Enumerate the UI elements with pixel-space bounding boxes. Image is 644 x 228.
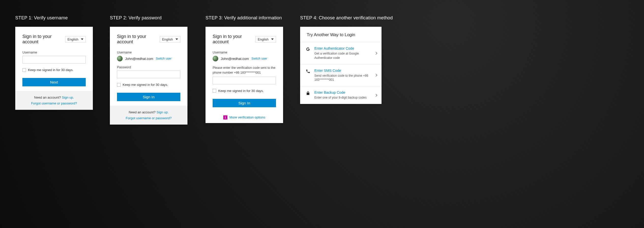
caret-down-icon [175, 38, 178, 40]
signin-title: Sign in to your account [213, 34, 255, 45]
password-label: Password [117, 65, 180, 69]
more-options-link[interactable]: More verification options [229, 115, 265, 119]
keep-signed-label: Keep me signed in for 30 days. [123, 83, 168, 87]
forgot-link[interactable]: Forgot username or password? [126, 116, 172, 120]
chevron-right-icon [374, 52, 377, 55]
next-button[interactable]: Next [22, 78, 86, 86]
step-3-label: STEP 3: Verify additional information [206, 15, 283, 21]
language-value: English [162, 37, 173, 41]
username-input[interactable] [22, 56, 86, 63]
language-select[interactable]: English [160, 36, 180, 43]
verification-help-text: Please enter the verification code sent … [213, 65, 276, 75]
username-label: Username [22, 51, 86, 54]
switch-user-link[interactable]: Switch user [156, 57, 172, 60]
language-select[interactable]: English [65, 36, 86, 43]
step-4-card: Try Another Way to Login Enter Authentic… [300, 27, 382, 104]
signin-button[interactable]: Sign In [213, 99, 276, 107]
options-count-badge: 1 [223, 115, 227, 119]
language-select[interactable]: English [255, 36, 276, 43]
caret-down-icon [81, 38, 83, 40]
step-3-card: Sign in to your account English Username… [206, 27, 283, 123]
forgot-link[interactable]: Forgot username or password? [31, 101, 77, 105]
need-account-text: Need an account? [129, 110, 156, 114]
keep-signed-label: Keep me signed in for 30 days. [28, 68, 74, 72]
signup-link[interactable]: Sign up. [62, 96, 74, 99]
method-desc: Get a verification code at Google Authen… [314, 51, 371, 60]
need-account-text: Need an account? [34, 96, 62, 99]
step-1-label: STEP 1: Verify username [15, 15, 93, 21]
keep-signed-checkbox[interactable] [213, 89, 216, 92]
lock-icon [306, 91, 310, 96]
method-desc: Send verification code to the phone +86 … [314, 74, 371, 82]
verification-code-input[interactable] [213, 77, 276, 84]
method-label: Enter Backup Code [314, 90, 371, 95]
signup-link[interactable]: Sign up. [156, 110, 169, 114]
password-input[interactable] [117, 71, 180, 78]
keep-signed-checkbox[interactable] [22, 68, 26, 72]
method-label: Enter Authenticator Code [314, 46, 371, 50]
language-value: English [67, 37, 78, 41]
chevron-right-icon [374, 74, 377, 77]
method-backup[interactable]: Enter Backup Code Enter one of your 8-di… [300, 86, 382, 104]
step-1-card: Sign in to your account English Username… [15, 27, 93, 110]
step-4-label: STEP 4: Choose another verification meth… [300, 15, 393, 21]
google-icon [306, 47, 310, 51]
more-options-row[interactable]: 1 More verification options [206, 112, 283, 123]
keep-signed-checkbox[interactable] [117, 83, 121, 87]
signin-title: Sign in to your account [117, 34, 160, 45]
language-value: English [258, 37, 269, 41]
signin-title: Sign in to your account [22, 34, 65, 45]
step-2-label: STEP 2: Verify password [110, 15, 187, 21]
user-email: John@redhat.com [125, 57, 153, 61]
avatar [213, 56, 218, 61]
step-2-card: Sign in to your account English Username… [110, 27, 187, 125]
phone-icon [306, 69, 310, 74]
username-label: Username [213, 51, 276, 54]
switch-user-link[interactable]: Switch user [252, 57, 267, 60]
method-authenticator[interactable]: Enter Authenticator Code Get a verificat… [300, 42, 382, 64]
method-label: Enter SMS Code [314, 69, 371, 73]
chevron-right-icon [374, 94, 377, 97]
method-desc: Enter one of your 8-digit backup codes [314, 96, 371, 100]
method-sms[interactable]: Enter SMS Code Send verification code to… [300, 64, 382, 87]
signin-button[interactable]: Sign In [117, 93, 180, 101]
avatar [117, 56, 123, 61]
keep-signed-label: Keep me signed in for 30 days. [218, 89, 264, 93]
caret-down-icon [271, 38, 274, 40]
user-email: John@redhat.com [221, 57, 249, 61]
another-way-title: Try Another Way to Login [300, 27, 382, 42]
username-label: Username [117, 51, 180, 54]
